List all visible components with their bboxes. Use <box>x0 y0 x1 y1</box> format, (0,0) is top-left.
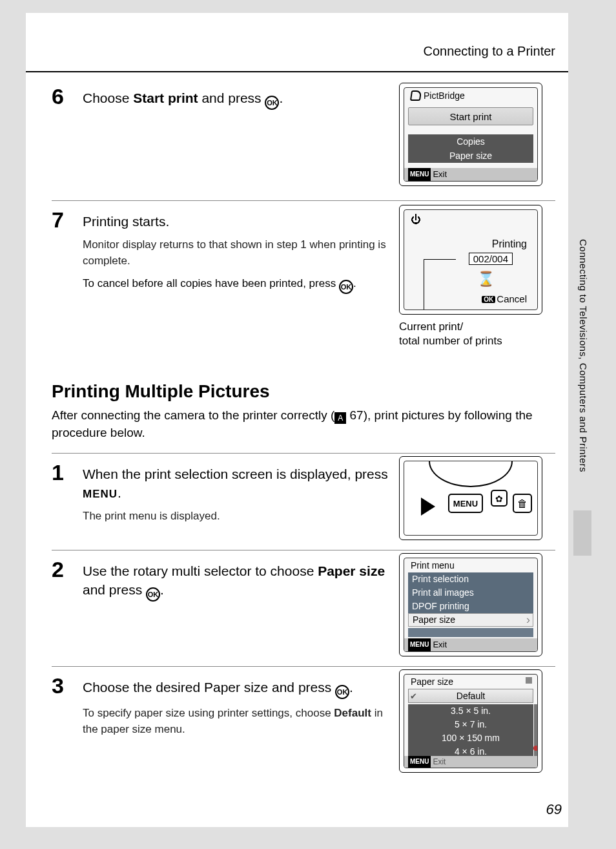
text-bold: Paper size <box>318 563 385 578</box>
text: . <box>160 582 164 597</box>
pictbridge-header: PictBridge <box>411 90 465 101</box>
menu-exit-row: MENUExit <box>404 168 537 181</box>
paper-size-option: 3.5 × 5 in. <box>408 704 533 718</box>
text: After connecting the camera to the print… <box>52 408 334 422</box>
step-number: 3 <box>52 673 64 698</box>
menu-exit-row: MENUExit <box>404 638 537 651</box>
macro-flower-icon: ✿ <box>491 490 508 507</box>
text: To specify paper size using printer sett… <box>83 707 334 719</box>
header-rule <box>26 71 568 72</box>
ok-icon: OK <box>335 685 349 699</box>
paper-size-option: 5 × 7 in. <box>408 718 533 731</box>
menu-badge-icon: MENU <box>408 756 431 768</box>
step-detail: The print menu is displayed. <box>83 508 393 525</box>
text-bold: Default <box>334 707 371 719</box>
step-6: 6 Choose Start print and press OK. PictB… <box>52 78 555 200</box>
page-number: 69 <box>546 801 562 818</box>
section-title: Printing Multiple Pictures <box>52 381 555 402</box>
step-number: 6 <box>52 84 64 109</box>
menu-word: MENU <box>83 488 118 500</box>
text: Exit <box>433 640 447 649</box>
menu-item-paper-size: Paper size <box>408 149 533 163</box>
step-detail: Monitor display returns to that shown in… <box>83 237 393 269</box>
camera-back-diagram: MENU ✿ 🗑 <box>399 456 542 540</box>
text: . <box>349 680 353 695</box>
ok-icon: OK <box>265 96 279 110</box>
ok-icon: OK <box>339 280 353 294</box>
text: Choose the desired Paper size and press <box>83 680 335 695</box>
text: . <box>279 90 283 105</box>
trash-icon: 🗑 <box>513 494 532 513</box>
paper-size-header: Paper size <box>411 676 453 687</box>
text: Use the rotary multi selector to choose <box>83 563 318 578</box>
text: When the print selection screen is displ… <box>83 466 388 481</box>
text: PictBridge <box>424 90 465 101</box>
menu-item-print-all: Print all images <box>408 586 533 600</box>
cancel-row: OKCancel <box>482 293 527 304</box>
menu-spacer <box>408 628 533 637</box>
step-detail: To specify paper size using printer sett… <box>83 706 393 737</box>
scroll-indicator-icon <box>526 677 532 684</box>
page-header: Connecting to a Printer <box>26 13 568 78</box>
section-paragraph: After connecting the camera to the print… <box>52 407 555 441</box>
figure-caption: Current print/ total number of prints <box>399 320 542 348</box>
print-menu-header: Print menu <box>411 560 455 571</box>
lcd-pictbridge-menu: PictBridge Start print Copies Paper size… <box>399 83 542 186</box>
text-bold: Start print <box>133 90 198 105</box>
print-counter: 002/004 <box>469 253 513 265</box>
text: Paper size <box>411 676 453 687</box>
text: Print menu <box>411 560 455 571</box>
arrow-icon <box>421 498 435 516</box>
paper-size-option: 100 × 150 mm <box>408 731 533 745</box>
header-title: Connecting to a Printer <box>423 44 555 59</box>
menu-item-copies: Copies <box>408 134 533 149</box>
text: Exit <box>433 757 446 766</box>
thumb-tab <box>573 510 591 556</box>
pictbridge-icon <box>410 90 422 101</box>
menu-item-print-selection: Print selection <box>408 572 533 586</box>
step-1: 1 When the print selection screen is dis… <box>52 453 555 550</box>
step-instruction: When the print selection screen is displ… <box>83 465 393 502</box>
paper-size-default-selected: ✔Default <box>408 689 533 703</box>
lcd-paper-size-menu: Paper size ✔Default 3.5 × 5 in. 5 × 7 in… <box>399 669 542 773</box>
text: Choose <box>83 90 133 105</box>
rotary-dial-icon <box>429 461 513 487</box>
printing-label: Printing <box>492 238 527 250</box>
chapter-side-label: Connecting to Televisions, Computers and… <box>578 239 589 472</box>
menu-badge-icon: MENU <box>408 168 431 181</box>
manual-page: Connecting to a Printer 6 Choose Start p… <box>26 13 568 827</box>
step-3: 3 Choose the desired Paper size and pres… <box>52 666 555 782</box>
text: Exit <box>433 169 447 179</box>
callout-line <box>424 259 424 310</box>
ok-icon: OK <box>146 587 160 602</box>
menu-item-start-print: Start print <box>408 107 533 125</box>
step-detail: To cancel before all copies have been pr… <box>83 276 393 294</box>
text: . <box>353 277 356 289</box>
step-instruction: Printing starts. <box>83 213 393 231</box>
step-2: 2 Use the rotary multi selector to choos… <box>52 550 555 666</box>
menu-item-paper-size-selected: Paper size <box>408 613 533 627</box>
step-7: 7 Printing starts. Monitor display retur… <box>52 200 555 362</box>
section-printing-multiple: Printing Multiple Pictures After connect… <box>52 381 555 441</box>
power-pictbridge-icons: ⏻ <box>411 214 421 225</box>
lcd-print-menu: Print menu Print selection Print all ima… <box>399 553 542 656</box>
reference-icon: A <box>334 412 346 424</box>
text: and press <box>198 90 265 105</box>
menu-item-dpof: DPOF printing <box>408 600 533 613</box>
text: To cancel before all copies have been pr… <box>83 277 339 289</box>
check-icon: ✔ <box>410 690 417 703</box>
menu-button-icon: MENU <box>448 494 483 513</box>
step-instruction: Choose the desired Paper size and press … <box>83 678 393 699</box>
text: . <box>118 485 121 500</box>
menu-badge-icon: MENU <box>408 638 431 651</box>
text: 67 <box>346 408 363 422</box>
text: Default <box>457 691 485 701</box>
menu-exit-row: MENUExit <box>404 756 537 768</box>
lcd-printing-progress: ⏻ Printing 002/004 ⌛ OKCancel <box>399 205 542 315</box>
text: and press <box>83 582 146 597</box>
hourglass-icon: ⌛ <box>477 271 495 288</box>
step-instruction: Use the rotary multi selector to choose … <box>83 562 393 601</box>
ok-badge-icon: OK <box>482 296 495 303</box>
callout-line <box>424 259 456 260</box>
scrollbar-thumb <box>533 746 538 751</box>
